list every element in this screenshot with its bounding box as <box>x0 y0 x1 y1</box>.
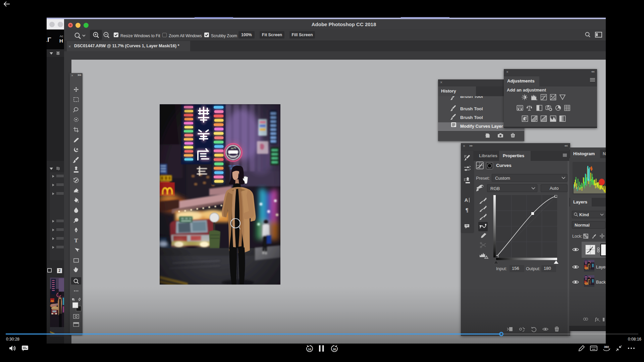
svg-text:A: A <box>465 197 468 203</box>
svg-text:360: 360 <box>604 345 609 349</box>
svg-text:T: T <box>74 237 78 244</box>
svg-text:!: ! <box>486 255 487 258</box>
svg-text:¶: ¶ <box>466 207 469 213</box>
svg-text:30: 30 <box>333 348 336 351</box>
svg-text:10: 10 <box>308 348 311 351</box>
